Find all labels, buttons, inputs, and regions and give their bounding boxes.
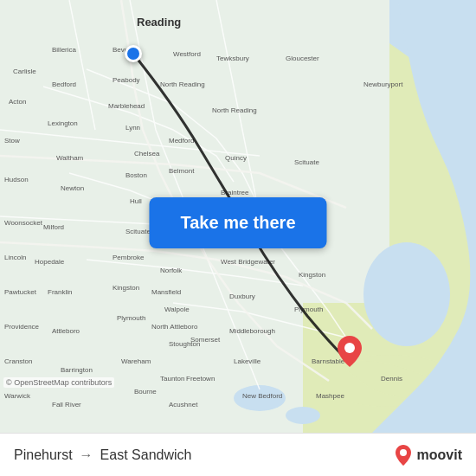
svg-text:Wareham: Wareham <box>121 357 151 365</box>
svg-text:Cranston: Cranston <box>4 357 32 365</box>
svg-text:Scituate: Scituate <box>125 228 151 235</box>
svg-point-8 <box>286 407 320 424</box>
arrow-icon: → <box>80 447 93 463</box>
svg-text:Fall River: Fall River <box>52 401 81 408</box>
svg-text:Belmont: Belmont <box>169 167 195 175</box>
bottom-bar: Pinehurst → East Sandwich moovit <box>0 433 476 476</box>
svg-text:Providence: Providence <box>4 323 40 331</box>
svg-text:Chelsea: Chelsea <box>134 150 160 158</box>
svg-text:North Reading: North Reading <box>160 80 205 88</box>
svg-text:Gloucester: Gloucester <box>286 55 319 62</box>
svg-text:Plymouth: Plymouth <box>117 314 145 322</box>
svg-text:Quincy: Quincy <box>225 154 247 162</box>
svg-text:Newton: Newton <box>61 184 84 192</box>
svg-text:Lynn: Lynn <box>125 124 140 132</box>
svg-text:Carlisle: Carlisle <box>13 68 36 75</box>
origin-pin <box>125 45 142 62</box>
svg-text:Attleboro: Attleboro <box>52 327 80 335</box>
svg-text:Lincoln: Lincoln <box>4 254 26 261</box>
svg-text:Tewksbury: Tewksbury <box>216 55 249 62</box>
svg-text:Duxbury: Duxbury <box>229 293 255 300</box>
svg-text:Stow: Stow <box>4 137 20 145</box>
svg-text:Hopedale: Hopedale <box>35 258 65 266</box>
svg-text:Walpole: Walpole <box>164 306 190 313</box>
svg-text:Freetown: Freetown <box>186 375 215 383</box>
origin-label: Pinehurst <box>14 447 73 463</box>
moovit-logo: moovit <box>393 445 462 466</box>
svg-text:Kingston: Kingston <box>113 284 139 292</box>
svg-text:Medford: Medford <box>169 137 194 145</box>
svg-text:Pembroke: Pembroke <box>113 254 145 261</box>
svg-text:Middleborough: Middleborough <box>229 327 275 335</box>
svg-text:Plymouth: Plymouth <box>294 306 323 313</box>
svg-text:Milford: Milford <box>43 223 64 231</box>
svg-text:New Bedford: New Bedford <box>242 392 282 400</box>
svg-text:Barrington: Barrington <box>61 366 93 374</box>
svg-text:Pawtucket: Pawtucket <box>4 288 37 296</box>
svg-text:Hull: Hull <box>130 197 142 205</box>
svg-text:Waltham: Waltham <box>56 154 84 162</box>
destination-label: East Sandwich <box>100 447 192 463</box>
destination-pin <box>338 336 362 370</box>
svg-text:Peabody: Peabody <box>113 76 140 84</box>
svg-text:Norfolk: Norfolk <box>160 267 183 274</box>
svg-text:Acushnet: Acushnet <box>169 401 198 408</box>
route-info: Pinehurst → East Sandwich <box>14 447 191 463</box>
svg-text:Lakeville: Lakeville <box>234 357 261 365</box>
svg-text:Bedford: Bedford <box>52 80 76 88</box>
svg-text:Marblehead: Marblehead <box>108 102 145 110</box>
svg-text:Mashpee: Mashpee <box>316 392 344 400</box>
svg-text:North Attleboro: North Attleboro <box>151 323 198 331</box>
svg-text:Somerset: Somerset <box>190 336 221 344</box>
svg-text:Lexington: Lexington <box>48 119 78 127</box>
svg-point-6 <box>363 242 450 346</box>
svg-text:Boston: Boston <box>125 171 147 179</box>
svg-text:Dennis: Dennis <box>381 375 402 383</box>
svg-text:Billerica: Billerica <box>52 46 77 54</box>
svg-text:Franklin: Franklin <box>48 288 72 296</box>
svg-point-78 <box>400 449 407 456</box>
svg-text:Warwick: Warwick <box>4 392 31 400</box>
svg-text:Woonsocket: Woonsocket <box>4 219 43 227</box>
svg-text:Acton: Acton <box>9 98 26 106</box>
moovit-pin-icon <box>393 445 414 466</box>
map-container: Carlisle Acton Stow Hudson Woonsocket Li… <box>0 0 476 433</box>
svg-text:Westford: Westford <box>173 50 201 58</box>
svg-text:Braintree: Braintree <box>221 189 249 196</box>
svg-text:Mansfield: Mansfield <box>151 288 181 296</box>
svg-text:Taunton: Taunton <box>160 375 184 383</box>
svg-text:Scituate: Scituate <box>294 158 319 166</box>
svg-text:Bourne: Bourne <box>134 388 157 396</box>
svg-text:Kingston: Kingston <box>299 271 325 279</box>
osm-attribution: © OpenStreetMap contributors <box>3 377 114 388</box>
moovit-text: moovit <box>417 447 462 463</box>
svg-text:Newburyport: Newburyport <box>363 80 403 88</box>
take-me-there-button[interactable]: Take me there <box>149 197 326 248</box>
svg-text:North Reading: North Reading <box>212 106 257 114</box>
svg-point-77 <box>344 343 355 353</box>
svg-text:West Bridgewater: West Bridgewater <box>221 258 275 266</box>
svg-text:Hudson: Hudson <box>4 176 29 183</box>
